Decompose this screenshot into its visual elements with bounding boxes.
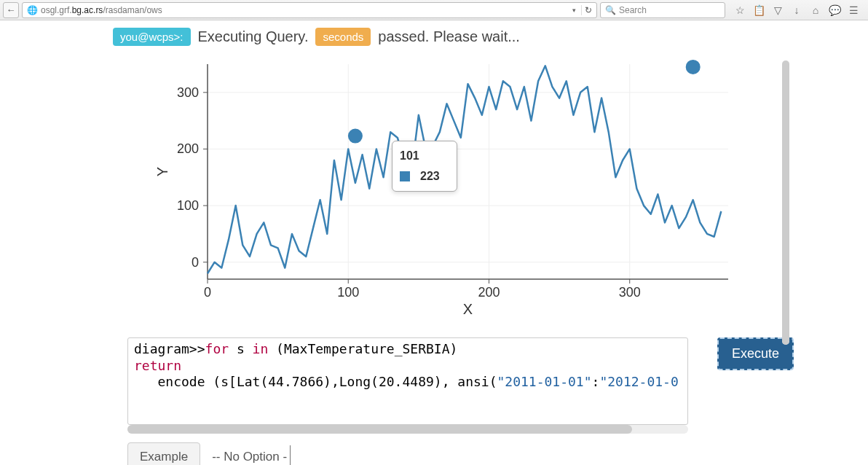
search-icon: 🔍 [605,5,616,15]
content-scrollbar[interactable] [782,60,789,345]
status-before: Executing Query. [198,28,309,45]
status-row: you@wcps>: Executing Query. seconds pass… [113,28,520,46]
svg-point-29 [686,60,701,74]
query-horizontal-scrollbar[interactable] [127,425,688,434]
q-colon: : [592,374,600,389]
pocket-icon[interactable]: ▽ [772,4,784,16]
q-return: return [134,358,181,373]
star-icon[interactable]: ☆ [734,4,746,16]
svg-text:200: 200 [478,285,500,300]
url-path: /rasdaman/ows [103,5,162,15]
q-for: for [205,341,229,356]
q-str2: "2012-01-0 [599,374,678,389]
chart-tooltip: 101 223 [392,141,457,192]
svg-point-28 [348,129,363,144]
q-in: in [253,341,269,356]
q-str1: "2011-01-01" [497,374,592,389]
option-select-label: -- No Option - [212,450,287,464]
q-rest1: (MaxTemperature_SERBIA) [268,341,457,356]
chart-area: 01002003000100200300XY 101 223 [29,46,794,330]
back-button[interactable]: ← [3,2,19,18]
svg-text:100: 100 [337,285,359,300]
search-box[interactable]: 🔍 Search [600,2,725,18]
bottom-row: Example -- No Option - [127,442,291,465]
svg-text:100: 100 [177,198,199,213]
option-select[interactable]: -- No Option - [209,445,291,465]
home-icon[interactable]: ⌂ [810,4,821,16]
url-bar[interactable]: 🌐 osgl.grf.bg.ac.rs/rasdaman/ows ▾ ↻ [22,2,597,18]
query-hscroll-thumb[interactable] [127,425,632,434]
prompt-badge: you@wcps>: [113,28,191,46]
svg-text:300: 300 [619,285,641,300]
menu-icon[interactable]: ☰ [848,4,859,16]
query-editor[interactable]: diagram>>for s in (MaxTemperature_SERBIA… [127,337,688,425]
svg-text:X: X [463,301,473,317]
query-section: diagram>>for s in (MaxTemperature_SERBIA… [127,337,794,425]
back-icon: ← [7,4,16,15]
url-dropdown-icon[interactable]: ▾ [572,7,578,14]
url-host-prefix: osgl.grf. [41,5,72,15]
browser-toolbar: ← 🌐 osgl.grf.bg.ac.rs/rasdaman/ows ▾ ↻ 🔍… [0,0,868,20]
reload-icon[interactable]: ↻ [581,5,592,15]
globe-icon: 🌐 [27,5,38,15]
q-indent: encode (s[Lat(44.7866),Long(20.4489), an… [134,374,497,389]
q-prefix: diagram>> [134,341,205,356]
toolbar-icons: ☆ 📋 ▽ ↓ ⌂ 💬 ☰ [728,4,865,16]
download-icon[interactable]: ↓ [791,4,802,16]
q-mid1: s [229,341,253,356]
svg-text:0: 0 [204,285,211,300]
url-text: osgl.grf.bg.ac.rs/rasdaman/ows [41,5,569,15]
url-host-domain: bg.ac.rs [72,5,103,15]
svg-text:200: 200 [177,141,199,156]
seconds-badge: seconds [315,28,371,46]
tooltip-x-value: 101 [400,149,449,163]
clipboard-icon[interactable]: 📋 [753,4,765,16]
page-content: you@wcps>: Executing Query. seconds pass… [0,20,868,465]
search-placeholder: Search [619,5,647,15]
svg-text:300: 300 [177,85,199,100]
svg-text:0: 0 [192,255,199,270]
tooltip-marker-icon [400,171,410,181]
svg-text:Y: Y [154,167,170,176]
tooltip-y-value: 223 [420,170,440,183]
status-after: passed. Please wait... [378,28,520,45]
example-button[interactable]: Example [127,442,200,465]
chat-icon[interactable]: 💬 [829,4,840,16]
scrollbar-thumb[interactable] [782,60,789,345]
